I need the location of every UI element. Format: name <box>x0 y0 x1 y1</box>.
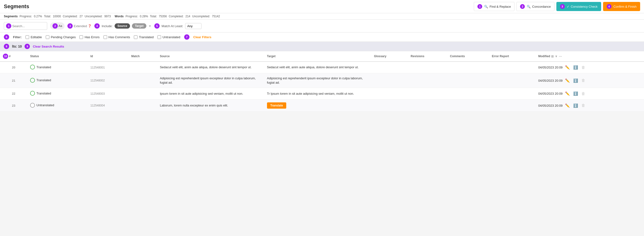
col-view-icon[interactable]: ⊞ <box>551 55 554 58</box>
clear-filters-button[interactable]: Clear Filters <box>193 35 212 39</box>
edit-icon[interactable]: ✏️ <box>564 91 571 96</box>
consistency-check-icon: ✓ <box>567 5 569 8</box>
filter-has-errors[interactable]: Has Errors <box>80 35 100 39</box>
status-circle-translated <box>30 78 35 83</box>
segments-label: Segments <box>4 15 18 18</box>
filter-translated[interactable]: Translated <box>134 35 154 39</box>
results-count: lts: 10 <box>12 44 22 48</box>
source-toggle[interactable]: Source <box>114 23 130 29</box>
search-bar: 1 2 Aa 3 Extended ❓ 4 Include: Source Ta… <box>0 20 644 32</box>
info-icon[interactable]: ℹ️ <box>572 65 579 70</box>
row-revisions <box>408 73 447 88</box>
segments-table: 10 # Status Id Match Source Target Gloss… <box>0 51 644 112</box>
table-row: 21 Translated 112548002 Adipisicing est … <box>0 73 644 88</box>
segments-total-value: 10000 <box>53 15 61 18</box>
col-header-id: Id <box>88 51 128 62</box>
filter-bar: 6 Filter: Editable Pending Changes Has E… <box>0 32 644 42</box>
find-replace-button[interactable]: 1 🔍 Find & Replace <box>474 2 514 11</box>
row-target: Tr Ipsum lorem in sit aute adipisicing s… <box>264 88 371 100</box>
delete-icon[interactable]: 🗑 <box>580 103 586 108</box>
edit-icon[interactable]: ✏️ <box>564 78 571 83</box>
filter-untranslated-checkbox[interactable] <box>158 35 161 39</box>
col-more-icon[interactable]: ⋯ <box>559 55 562 58</box>
concordance-button[interactable]: 2 🔍 Concordance <box>516 2 554 11</box>
filter-pending-changes-label: Pending Changes <box>51 35 76 39</box>
filter-has-comments-checkbox[interactable] <box>104 35 107 39</box>
filter-pending-changes[interactable]: Pending Changes <box>46 35 76 39</box>
row-id: 112548001 <box>88 62 128 73</box>
edit-icon[interactable]: ✏️ <box>564 103 571 108</box>
table-row: 22 Translated 112548003 Ipsum lorem in s… <box>0 88 644 100</box>
row-source: Adipisicing est reprehenderit ipsum exce… <box>157 73 264 88</box>
filter-has-errors-label: Has Errors <box>84 35 100 39</box>
clear-search-results-button[interactable]: Clear Search Results <box>33 45 64 48</box>
filter-editable[interactable]: Editable <box>26 35 42 39</box>
col-header-modified: Modified ⊞ ▼ ⋯ <box>536 51 644 62</box>
row-number: 20 <box>0 62 27 73</box>
row-comments <box>447 62 489 73</box>
filter-label: Filter: <box>13 35 22 39</box>
case-sensitive-button[interactable]: 2 Aa <box>50 22 64 29</box>
match-wrapper: 5 Match At Least: Any 50% 75% 100% <box>154 23 202 29</box>
filter-translated-checkbox[interactable] <box>134 35 138 39</box>
include-wrapper: 4 Include: Source Target ▼ <box>94 23 152 29</box>
col-header-comments: Comments <box>447 51 489 62</box>
filter-badge: 6 <box>4 34 9 40</box>
include-dropdown-icon[interactable]: ▼ <box>148 24 152 28</box>
row-error-report <box>489 88 536 100</box>
filter-translated-label: Translated <box>139 35 154 39</box>
row-source: Laborum, lorem nulla excepteur ex enim q… <box>157 100 264 112</box>
row-source: Ipsum lorem in sit aute adipisicing sed … <box>157 88 264 100</box>
translate-button[interactable]: Translate <box>267 102 286 109</box>
delete-icon[interactable]: 🗑 <box>580 78 586 83</box>
search-input[interactable] <box>12 24 41 28</box>
segments-progress-value: 0.27% <box>34 15 42 18</box>
row-revisions <box>408 88 447 100</box>
row-comments <box>447 88 489 100</box>
clear-filters-badge: 7 <box>184 34 190 40</box>
row-number: 23 <box>0 100 27 112</box>
filter-editable-checkbox[interactable] <box>26 35 29 39</box>
status-circle-untranslated <box>30 103 35 108</box>
segments-total-label: Total: <box>44 15 51 18</box>
table-row: 20 Translated 112548001 Sedacut velit el… <box>0 62 644 73</box>
match-select[interactable]: Any 50% 75% 100% <box>185 23 202 29</box>
filter-has-errors-checkbox[interactable] <box>80 35 83 39</box>
words-label: Words <box>114 15 124 18</box>
filter-has-comments[interactable]: Has Comments <box>104 35 130 39</box>
status-label: Untranslated <box>36 103 54 107</box>
match-badge: 5 <box>154 23 160 29</box>
col-dropdown-icon[interactable]: ▼ <box>555 55 558 58</box>
row-revisions <box>408 100 447 112</box>
filter-untranslated[interactable]: Untranslated <box>158 35 180 39</box>
col-header-match: Match <box>128 51 157 62</box>
row-target: Sedacut velit elit, anim aute aliqua, do… <box>264 62 371 73</box>
include-badge: 4 <box>94 23 100 29</box>
concordance-icon: 🔍 <box>527 5 530 8</box>
consistency-check-button[interactable]: 3 ✓ Consistency Check <box>556 2 601 11</box>
table-body: 20 Translated 112548001 Sedacut velit el… <box>0 62 644 112</box>
status-circle-translated <box>30 65 35 69</box>
words-total-value: 75356 <box>159 15 167 18</box>
row-glossary <box>371 62 408 73</box>
table-header-row: 10 # Status Id Match Source Target Gloss… <box>0 51 644 62</box>
info-icon[interactable]: ℹ️ <box>572 103 579 108</box>
filter-pending-changes-checkbox[interactable] <box>46 35 49 39</box>
col-header-status: Status <box>27 51 88 62</box>
row-modified: 04/05/2023 20:09 ✏️ ℹ️ 🗑 <box>536 62 644 73</box>
col-header-glossary: Glossary <box>371 51 408 62</box>
edit-icon[interactable]: ✏️ <box>564 65 571 70</box>
find-replace-label: Find & Replace <box>490 5 511 8</box>
segments-stats: Segments Progress: 0.27% Total: 10000 Co… <box>4 15 111 18</box>
delete-icon[interactable]: 🗑 <box>580 65 586 70</box>
confirm-finish-button[interactable]: 4 Confirm & Finish <box>603 2 640 11</box>
delete-icon[interactable]: 🗑 <box>580 91 586 96</box>
info-icon[interactable]: ℹ️ <box>572 78 579 83</box>
col-badge: 10 <box>3 54 8 59</box>
words-total-label: Total: <box>150 15 157 18</box>
row-modified: 04/05/2023 20:09 ✏️ ℹ️ 🗑 <box>536 100 644 112</box>
target-toggle[interactable]: Target <box>132 23 146 29</box>
row-source: Sedacut velit elit, anim aute aliqua, do… <box>157 62 264 73</box>
info-icon[interactable]: ℹ️ <box>572 91 579 96</box>
status-label: Translated <box>36 78 51 82</box>
